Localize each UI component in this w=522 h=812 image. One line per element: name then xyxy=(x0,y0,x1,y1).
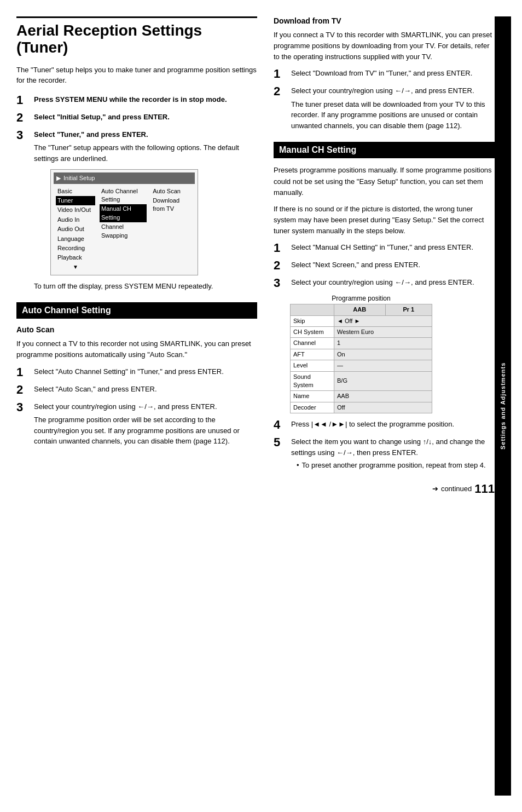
auto-step-3-sub: The programme position order will be set… xyxy=(34,414,257,447)
auto-step-1: 1 Select "Auto Channel Setting" in "Tune… xyxy=(16,366,257,378)
step-3: 3 Select "Tuner," and press ENTER. The "… xyxy=(16,129,257,292)
menu-col-2-items: Auto Channel Setting Manual CH Setting C… xyxy=(100,187,147,240)
manual-step-2-content: Select "Next Screen," and press ENTER. xyxy=(291,260,495,270)
prog-aft-value: On xyxy=(334,349,432,360)
manual-step-4-text: Press |◄◄ /►►| to select the programme p… xyxy=(291,420,454,428)
prog-decoder-label: Decoder xyxy=(291,402,334,413)
menu-item-language: Language xyxy=(56,234,95,244)
prog-name-value: AAB xyxy=(334,391,432,402)
menu-item-autoch: Auto Channel Setting xyxy=(100,187,147,205)
manual-step-2-number: 2 xyxy=(274,260,287,272)
programme-label: Programme position xyxy=(290,295,432,302)
manual-step-5-text: Select the item you want to change using… xyxy=(291,437,485,457)
prog-row-level: Level — xyxy=(291,360,432,371)
dl-step-2-sub: The tuner preset data will be downloaded… xyxy=(291,99,495,131)
auto-step-1-number: 1 xyxy=(16,366,30,378)
auto-step-3-text: Select your country/region using ←/→, an… xyxy=(34,402,217,411)
step-3-text: Select "Tuner," and press ENTER. xyxy=(34,130,148,139)
auto-step-2-text: Select "Auto Scan," and press ENTER. xyxy=(34,385,157,393)
manual-step-1-number: 1 xyxy=(274,242,287,254)
step-3-content: Select "Tuner," and press ENTER. The "Tu… xyxy=(34,129,257,292)
manual-ch-intro-1: Presets programme positions manually. If… xyxy=(274,165,495,198)
prog-row-skip: Skip ◄ Off ► xyxy=(291,315,432,326)
prog-row-soundsystem: Sound System B/G xyxy=(291,371,432,391)
step-2-content: Select "Initial Setup," and press ENTER. xyxy=(34,112,257,123)
programme-table: AAB Pr 1 Skip ◄ Off ► CH System Western … xyxy=(290,304,432,413)
menu-title: Initial Setup xyxy=(63,174,95,183)
menu-item-downloadtv: Download from TV xyxy=(151,196,193,214)
prog-chsystem-value: Western Euro xyxy=(334,327,432,338)
side-tab: Settings and Adjustments xyxy=(495,16,511,796)
auto-scan-title: Auto Scan xyxy=(16,325,257,334)
manual-step-3-number: 3 xyxy=(274,277,287,289)
menu-item-tuner: Tuner xyxy=(56,196,95,205)
menu-icon: ▶ xyxy=(56,174,61,183)
auto-scan-text: If you connect a TV to this recorder not… xyxy=(16,338,257,360)
step-2: 2 Select "Initial Setup," and press ENTE… xyxy=(16,112,257,124)
download-from-tv-text: If you connect a TV to this recorder wit… xyxy=(274,30,495,62)
bullet-dot: • xyxy=(297,460,299,471)
programme-diagram: Programme position AAB Pr 1 Skip ◄ Off ►… xyxy=(290,295,432,413)
manual-step-3-text: Select your country/region using ←/→, an… xyxy=(291,278,474,286)
dl-step-1-content: Select "Download from TV" in "Tuner," an… xyxy=(291,68,495,79)
prog-skip-label: Skip xyxy=(291,315,334,326)
step-1-number: 1 xyxy=(16,94,30,106)
manual-ch-section-header: Manual CH Setting xyxy=(274,142,495,158)
prog-soundsystem-value: B/G xyxy=(334,371,432,391)
manual-step-4: 4 Press |◄◄ /►►| to select the programme… xyxy=(274,419,495,431)
auto-step-3-number: 3 xyxy=(16,401,30,413)
step-1-content: Press SYSTEM MENU while the recorder is … xyxy=(34,94,257,105)
menu-columns: Basic Tuner Video In/Out Audio In Audio … xyxy=(54,186,195,272)
auto-step-2-number: 2 xyxy=(16,384,30,396)
prog-row-name: Name AAB xyxy=(291,391,432,402)
manual-step-4-number: 4 xyxy=(274,419,287,431)
dl-step-2-text: Select your country/region using ←/→, an… xyxy=(291,87,474,95)
prog-row-chsystem: CH System Western Euro xyxy=(291,327,432,338)
dl-step-1-number: 1 xyxy=(274,68,287,80)
menu-col-1: Basic Tuner Video In/Out Audio In Audio … xyxy=(54,186,97,272)
menu-item-playback: Playback xyxy=(56,253,95,262)
main-content: Aerial Reception Settings (Tuner) The "T… xyxy=(0,0,522,812)
step-3-sub-1: The "Tuner" setup appears with the follo… xyxy=(34,142,257,164)
auto-step-1-content: Select "Auto Channel Setting" in "Tuner,… xyxy=(34,366,257,377)
dl-step-2: 2 Select your country/region using ←/→, … xyxy=(274,85,495,131)
prog-chsystem-label: CH System xyxy=(291,327,334,338)
dl-step-1: 1 Select "Download from TV" in "Tuner," … xyxy=(274,68,495,80)
dl-step-1-text: Select "Download from TV" in "Tuner," an… xyxy=(291,69,472,77)
manual-step-5: 5 Select the item you want to change usi… xyxy=(274,436,495,471)
menu-item-chswap: Channel Swapping xyxy=(100,222,147,240)
prog-skip-value: ◄ Off ► xyxy=(334,315,432,326)
auto-step-2: 2 Select "Auto Scan," and press ENTER. xyxy=(16,384,257,396)
step-3-sub-2: To turn off the display, press SYSTEM ME… xyxy=(34,281,257,292)
menu-header: ▶ Initial Setup xyxy=(54,172,195,184)
manual-step-4-content: Press |◄◄ /►►| to select the programme p… xyxy=(291,419,495,430)
arrow-right-icon: ➔ xyxy=(432,485,438,493)
menu-col-3: Auto Scan Download from TV xyxy=(149,186,195,272)
manual-step-5-bullet: • To preset another programme position, … xyxy=(297,460,495,471)
menu-item-audioin: Audio In xyxy=(56,215,95,224)
menu-item-videoinout: Video In/Out xyxy=(56,205,95,215)
prog-row-channel: Channel 1 xyxy=(291,338,432,349)
page-title: Aerial Reception Settings (Tuner) xyxy=(16,16,257,56)
prog-channel-label: Channel xyxy=(291,338,334,349)
manual-step-1-text: Select "Manual CH Setting" in "Tuner," a… xyxy=(291,243,473,251)
manual-step-1-content: Select "Manual CH Setting" in "Tuner," a… xyxy=(291,242,495,253)
prog-level-label: Level xyxy=(291,360,334,371)
continued-footer: ➔ continued 111 xyxy=(274,482,495,496)
manual-ch-intro-2: If there is no sound or if the picture i… xyxy=(274,204,495,237)
auto-step-2-content: Select "Auto Scan," and press ENTER. xyxy=(34,384,257,395)
auto-step-1-text: Select "Auto Channel Setting" in "Tuner,… xyxy=(34,367,224,376)
step-1: 1 Press SYSTEM MENU while the recorder i… xyxy=(16,94,257,106)
prog-row-aft: AFT On xyxy=(291,349,432,360)
prog-decoder-value: Off xyxy=(334,402,432,413)
prog-header-pr1: Pr 1 xyxy=(385,304,432,315)
prog-soundsystem-label: Sound System xyxy=(291,371,334,391)
dl-step-2-content: Select your country/region using ←/→, an… xyxy=(291,85,495,131)
menu-col1-down-arrow: ▼ xyxy=(56,263,95,271)
step-3-number: 3 xyxy=(16,129,30,141)
prog-row-decoder: Decoder Off xyxy=(291,402,432,413)
page-container: Aerial Reception Settings (Tuner) The "T… xyxy=(0,0,522,812)
dl-step-2-number: 2 xyxy=(274,85,287,97)
manual-step-1: 1 Select "Manual CH Setting" in "Tuner,"… xyxy=(274,242,495,254)
manual-step-2: 2 Select "Next Screen," and press ENTER. xyxy=(274,260,495,272)
